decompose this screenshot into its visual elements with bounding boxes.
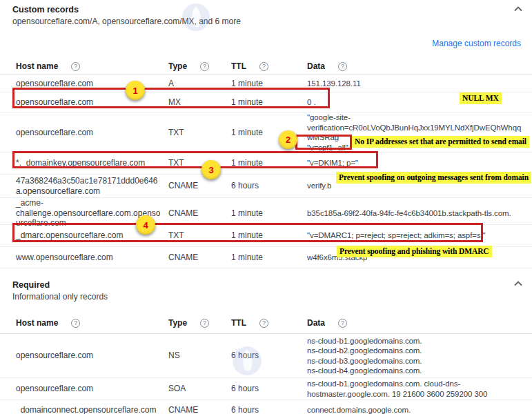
record-ttl: 6 hours — [231, 384, 307, 394]
help-icon[interactable]: ? — [259, 319, 268, 328]
record-type: CNAME — [168, 208, 231, 219]
manage-custom-records-link[interactable]: Manage custom records — [432, 39, 521, 48]
record-type: SOA — [168, 384, 231, 394]
help-icon[interactable]: ? — [259, 62, 268, 71]
table-row-verify-cname-record: 47a368246a3c50ac1e78171ddd0e646 a.openso… — [0, 175, 532, 198]
watermark-logo-bottom — [232, 345, 262, 377]
record-type: TXT — [168, 158, 231, 168]
col-host-label: Host name — [16, 61, 58, 71]
table-row-mx-record: opensourceflare.com MX 1 minute 0 . — [0, 92, 532, 112]
record-type: CNAME — [168, 253, 231, 263]
record-type: CNAME — [168, 181, 231, 191]
record-host: opensourceflare.com — [16, 351, 168, 361]
record-ttl: 1 minute — [231, 79, 307, 89]
table-row-ns-record: opensourceflare.com NS 6 hours ns-cloud-… — [0, 334, 532, 378]
record-data: verify.b — [307, 181, 521, 191]
table-row-dmarc-record: _dmarc.opensourceflare.com TXT 1 minute … — [0, 225, 532, 247]
table-row-soa-record: opensourceflare.com SOA 6 hours ns-cloud… — [0, 378, 532, 400]
record-data: "google-site- verification=cR0oLVoQbJBun… — [307, 112, 521, 152]
record-data: b35c185a-69f2-40fa-94fc-fe4c6b34001b.sta… — [307, 208, 521, 219]
record-host: opensourceflare.com — [16, 384, 168, 394]
record-data: connect.domains.google.com. — [307, 405, 521, 414]
table-row-txt-spf-record: opensourceflare.com TXT 1 minute "google… — [0, 112, 532, 152]
required-records-header: Required Informational only records — [0, 268, 532, 303]
custom-table-header: Host name? Type? TTL? Data? — [0, 58, 532, 75]
record-host: _dmarc.opensourceflare.com — [16, 230, 168, 241]
record-host: 47a368246a3c50ac1e78171ddd0e646 a.openso… — [16, 176, 168, 196]
record-type: MX — [168, 97, 231, 108]
section-subtitle: opensourceflare.com/A, opensourceflare.c… — [12, 16, 521, 28]
record-host: opensourceflare.com — [16, 128, 168, 138]
record-host: _acme- challenge.opensourceflare.com.ope… — [16, 198, 168, 228]
record-data: w4f6x6m5.stackp — [307, 253, 521, 263]
record-host: opensourceflare.com — [16, 97, 168, 108]
help-icon[interactable]: ? — [338, 319, 347, 328]
table-row-acme-cname-record: _acme- challenge.opensourceflare.com.ope… — [0, 198, 532, 225]
section-title: Custom records — [12, 4, 521, 16]
record-ttl: 1 minute — [231, 230, 307, 241]
record-host: www.opensourceflare.com — [16, 253, 168, 263]
record-ttl: 1 minute — [231, 97, 307, 108]
section-title: Required — [12, 279, 521, 291]
table-row-a-record: opensourceflare.com A 1 minute 151.139.1… — [0, 75, 532, 92]
help-icon[interactable]: ? — [338, 62, 347, 71]
watermark-logo-top — [181, 2, 210, 32]
record-ttl: 6 hours — [231, 405, 307, 414]
record-host: opensourceflare.com — [16, 79, 168, 89]
col-data-label: Data — [307, 61, 325, 71]
required-table-header: Host name? Type? TTL? Data? — [0, 313, 532, 334]
record-data: ns-cloud-b1.googledomains.com. cloud-dns… — [307, 379, 521, 399]
help-icon[interactable]: ? — [200, 319, 209, 328]
manage-link-row: Manage custom records — [0, 37, 532, 48]
record-type: TXT — [168, 128, 231, 138]
record-data: 0 . — [307, 97, 521, 108]
col-ttl-label: TTL — [231, 61, 246, 71]
col-type-label: Type — [168, 318, 187, 328]
record-ttl: 1 minute — [231, 128, 307, 138]
record-host: _domainconnect.opensourceflare.com — [16, 405, 168, 414]
record-type: CNAME — [168, 405, 231, 414]
record-host: *._domainkey.opensourceflare.com — [16, 158, 168, 168]
help-icon[interactable]: ? — [71, 62, 80, 71]
col-ttl-label: TTL — [231, 318, 246, 328]
help-icon[interactable]: ? — [200, 62, 209, 71]
table-row-dkim-record: *._domainkey.opensourceflare.com TXT 1 m… — [0, 152, 532, 175]
record-ttl: 6 hours — [231, 181, 307, 191]
record-ttl: 1 minute — [231, 253, 307, 263]
dns-records-page: Custom records opensourceflare.com/A, op… — [0, 0, 532, 414]
table-row-domainconnect-record: _domainconnect.opensourceflare.com CNAME… — [0, 400, 532, 414]
section-subtitle: Informational only records — [12, 291, 521, 303]
col-type-label: Type — [168, 61, 187, 71]
record-ttl: 1 minute — [231, 158, 307, 168]
help-icon[interactable]: ? — [71, 319, 80, 328]
record-type: A — [168, 79, 231, 89]
record-type: NS — [168, 351, 231, 361]
record-data: "v=DKIM1; p=" — [307, 158, 521, 168]
record-data: ns-cloud-b1.googledomains.com. ns-cloud-… — [307, 336, 521, 376]
record-data: 151.139.128.11 — [307, 79, 521, 89]
custom-records-header: Custom records opensourceflare.com/A, op… — [0, 0, 532, 28]
col-host-label: Host name — [16, 318, 58, 328]
record-ttl: 1 minute — [231, 208, 307, 219]
record-type: TXT — [168, 230, 231, 241]
collapse-chevron-icon[interactable] — [513, 3, 524, 14]
record-data: "v=DMARC1; p=reject; sp=reject; adkim=s;… — [307, 230, 521, 241]
collapse-chevron-icon[interactable] — [513, 278, 524, 289]
table-row-www-cname-record: www.opensourceflare.com CNAME 1 minute w… — [0, 247, 532, 268]
col-data-label: Data — [307, 318, 325, 328]
